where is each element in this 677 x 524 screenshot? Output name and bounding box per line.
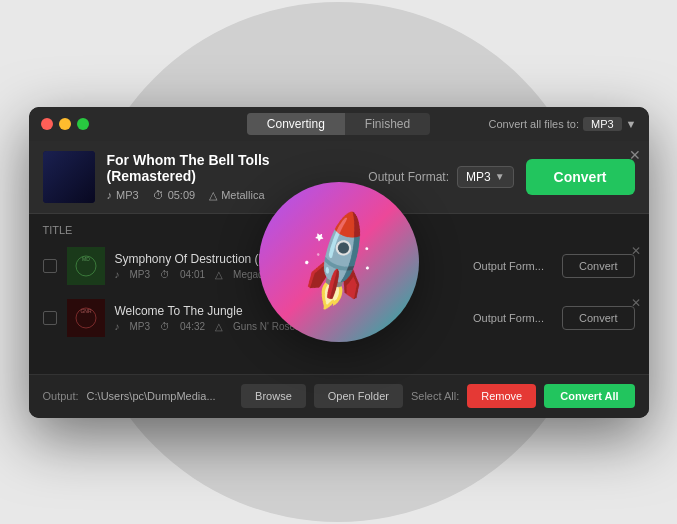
track1-checkbox[interactable] [43, 259, 57, 273]
svg-rect-2 [47, 181, 91, 183]
maximize-traffic-light[interactable] [77, 118, 89, 130]
track1-clock-icon: ⏱ [160, 269, 170, 280]
svg-rect-5 [67, 247, 105, 285]
featured-duration-value: 05:09 [168, 189, 196, 201]
output-label: Output: [43, 390, 79, 402]
close-traffic-light[interactable] [41, 118, 53, 130]
svg-rect-1 [47, 171, 91, 173]
track2-checkbox[interactable] [43, 311, 57, 325]
convert-all-text: Convert all files to: [489, 118, 579, 130]
track1-thumb: MD [67, 247, 105, 285]
bottom-bar: Output: C:\Users\pc\DumpMedia... Browse … [29, 374, 649, 418]
svg-point-4 [59, 177, 79, 197]
featured-close-button[interactable]: ✕ [629, 147, 641, 163]
svg-text:MD: MD [82, 256, 90, 262]
featured-format-select[interactable]: MP3 ▼ [457, 166, 514, 188]
track1-close-button[interactable]: ✕ [631, 244, 641, 258]
svg-text:METALLICA: METALLICA [49, 161, 88, 168]
open-folder-button[interactable]: Open Folder [314, 384, 403, 408]
featured-duration: ⏱ 05:09 [153, 189, 196, 201]
track1-output-format-label: Output Form... [473, 260, 544, 272]
minimize-traffic-light[interactable] [59, 118, 71, 130]
track2-artist-icon: △ [215, 321, 223, 332]
track2-format-icon: ♪ [115, 321, 120, 332]
featured-output-format-group: Output Format: MP3 ▼ [368, 166, 513, 188]
featured-format: ♪ MP3 [107, 189, 139, 201]
featured-format-value: MP3 [116, 189, 139, 201]
track2-duration: 04:32 [180, 321, 205, 332]
convert-all-format-selector[interactable]: Convert all files to: MP3 ▼ [489, 117, 637, 131]
track1-convert-button[interactable]: Convert [562, 254, 635, 278]
traffic-lights [41, 118, 89, 130]
output-format-label: Output Format: [368, 170, 449, 184]
convert-all-button[interactable]: Convert All [544, 384, 634, 408]
svg-rect-8 [67, 299, 105, 337]
track2-format: MP3 [130, 321, 151, 332]
format-select-arrow: ▼ [495, 171, 505, 182]
select-all-label: Select All: [411, 390, 459, 402]
featured-album-art: METALLICA [43, 151, 95, 203]
remove-button[interactable]: Remove [467, 384, 536, 408]
track1-artist-icon: △ [215, 269, 223, 280]
convert-all-format[interactable]: MP3 [583, 117, 622, 131]
title-bar: Converting Finished Convert all files to… [29, 107, 649, 141]
rocket-icon: 🚀 [280, 205, 396, 320]
rocket-overlay: 🚀 [259, 182, 419, 342]
track2-convert-button[interactable]: Convert [562, 306, 635, 330]
svg-rect-0 [43, 151, 95, 203]
format-dropdown-arrow: ▼ [626, 118, 637, 130]
featured-artist-value: Metallica [221, 189, 264, 201]
output-path: C:\Users\pc\DumpMedia... [87, 390, 234, 402]
featured-artist: △ Metallica [209, 189, 264, 202]
track1-format: MP3 [130, 269, 151, 280]
svg-text:GNR: GNR [80, 308, 92, 314]
browse-button[interactable]: Browse [241, 384, 306, 408]
featured-track-title: For Whom The Bell Tolls (Remastered) [107, 152, 357, 184]
app-window: Converting Finished Convert all files to… [29, 107, 649, 418]
track2-output-format-label: Output Form... [473, 312, 544, 324]
tab-finished[interactable]: Finished [345, 113, 430, 135]
featured-convert-button[interactable]: Convert [526, 159, 635, 195]
track2-clock-icon: ⏱ [160, 321, 170, 332]
track2-thumb: GNR [67, 299, 105, 337]
tab-converting[interactable]: Converting [247, 113, 345, 135]
track1-duration: 04:01 [180, 269, 205, 280]
artist-icon: △ [209, 189, 217, 202]
selected-format: MP3 [466, 170, 491, 184]
clock-icon: ⏱ [153, 189, 164, 201]
music-icon: ♪ [107, 189, 113, 201]
track2-close-button[interactable]: ✕ [631, 296, 641, 310]
tab-group: Converting Finished [247, 113, 430, 135]
track1-format-icon: ♪ [115, 269, 120, 280]
